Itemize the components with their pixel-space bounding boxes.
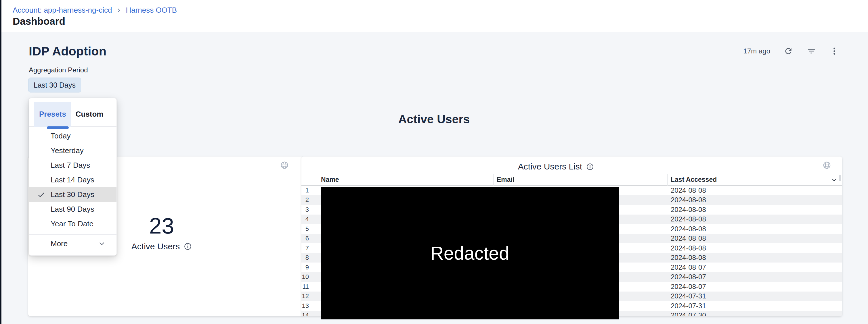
- row-number-cell: 6: [302, 235, 312, 242]
- aggregation-period-button[interactable]: Last 30 Days: [28, 78, 81, 93]
- period-option-label: Last 7 Days: [51, 161, 90, 170]
- chevron-down-icon[interactable]: [831, 176, 838, 183]
- period-option-label: Yesterday: [51, 146, 84, 155]
- breadcrumb: Account: app-harness-ng-cicd Harness OOT…: [13, 6, 177, 15]
- period-more-item[interactable]: More: [29, 235, 117, 252]
- info-icon[interactable]: [184, 243, 192, 250]
- period-option[interactable]: Today: [29, 129, 117, 143]
- period-option[interactable]: Yesterday: [29, 143, 117, 158]
- check-icon: [37, 191, 45, 199]
- row-number-cell: 1: [302, 187, 312, 194]
- globe-icon[interactable]: [823, 161, 831, 170]
- last-refreshed-text: 17m ago: [743, 47, 770, 55]
- row-number-cell: 12: [302, 292, 312, 300]
- redacted-label: Redacted: [431, 243, 509, 264]
- table-card-title-row: Active Users List: [302, 162, 810, 172]
- section-title-active-users: Active Users: [0, 113, 868, 126]
- row-number-cell: 9: [302, 264, 312, 271]
- last-accessed-cell: 2024-08-08: [667, 186, 842, 194]
- row-number-cell: 4: [302, 215, 312, 223]
- period-option[interactable]: Last 30 Days: [29, 187, 117, 202]
- period-dropdown-tabs: Presets Custom: [29, 98, 117, 127]
- page-title: Dashboard: [13, 15, 65, 27]
- breadcrumb-account-link[interactable]: Account: app-harness-ng-cicd: [13, 6, 112, 15]
- column-header-last-accessed[interactable]: Last Accessed: [667, 176, 842, 184]
- period-option[interactable]: Last 7 Days: [29, 158, 117, 173]
- period-option[interactable]: Last 14 Days: [29, 173, 117, 187]
- last-accessed-cell: 2024-08-08: [667, 206, 842, 214]
- last-accessed-cell: 2024-08-08: [667, 235, 842, 243]
- table-scrollbar-thumb[interactable]: [839, 175, 841, 181]
- period-option-label: Last 30 Days: [51, 190, 94, 199]
- last-accessed-cell: 2024-07-31: [667, 302, 842, 310]
- period-option-label: Year To Date: [51, 219, 93, 228]
- last-accessed-cell: 2024-08-08: [667, 244, 842, 252]
- tab-custom-label: Custom: [75, 110, 103, 119]
- tab-custom[interactable]: Custom: [71, 102, 108, 127]
- period-option-label: Today: [51, 132, 70, 140]
- column-header-email[interactable]: Email: [493, 176, 667, 184]
- row-number-cell: 7: [302, 245, 312, 252]
- column-header-name[interactable]: Name: [312, 176, 493, 184]
- chevron-down-icon: [98, 240, 105, 247]
- period-more-label: More: [51, 239, 68, 248]
- left-nav-edge: [0, 0, 1, 324]
- metric-label: Active Users: [131, 242, 180, 251]
- last-accessed-cell: 2024-08-07: [667, 283, 842, 291]
- row-number-cell: 10: [302, 273, 312, 281]
- tab-presets[interactable]: Presets: [34, 102, 71, 127]
- dashboard-title: IDP Adoption: [29, 44, 106, 58]
- last-accessed-cell: 2024-08-07: [667, 263, 842, 272]
- last-accessed-cell: 2024-08-08: [667, 196, 842, 204]
- period-option-label: Last 90 Days: [51, 205, 94, 214]
- globe-icon[interactable]: [280, 161, 289, 170]
- tab-presets-label: Presets: [39, 110, 66, 119]
- breadcrumb-current-link[interactable]: Harness OOTB: [126, 6, 177, 15]
- last-accessed-cell: 2024-08-07: [667, 273, 842, 281]
- row-number-cell: 11: [302, 283, 312, 290]
- last-accessed-cell: 2024-07-30: [667, 311, 842, 316]
- row-number-cell: 8: [302, 254, 312, 261]
- last-accessed-cell: 2024-08-08: [667, 225, 842, 233]
- period-dropdown: Presets Custom Today Yesterday La: [29, 98, 117, 256]
- filter-icon[interactable]: [806, 46, 816, 56]
- refresh-icon[interactable]: [783, 46, 793, 56]
- dashboard-toolbar: 17m ago: [743, 45, 839, 57]
- row-number-cell: 3: [302, 206, 312, 213]
- row-number-cell: 5: [302, 225, 312, 233]
- row-number-cell: 2: [302, 196, 312, 204]
- table-header-row: Name Email Last Accessed: [302, 174, 842, 186]
- breadcrumb-chevron-icon: [116, 7, 122, 13]
- period-option[interactable]: Year To Date: [29, 217, 117, 231]
- last-accessed-cell: 2024-07-31: [667, 292, 842, 300]
- kebab-menu-icon[interactable]: [830, 46, 839, 56]
- period-options-list: Today Yesterday Last 7 Days Last 14 Days: [29, 127, 117, 231]
- last-accessed-cell: 2024-08-08: [667, 215, 842, 223]
- row-number-cell: 14: [302, 312, 312, 316]
- aggregation-period-label: Aggregation Period: [29, 66, 88, 74]
- info-icon[interactable]: [586, 163, 594, 171]
- redacted-data-overlay: Redacted: [321, 187, 619, 319]
- period-option-label: Last 14 Days: [51, 176, 94, 184]
- period-option[interactable]: Last 90 Days: [29, 202, 117, 217]
- table-card-title: Active Users List: [518, 162, 582, 172]
- last-accessed-cell: 2024-08-08: [667, 254, 842, 262]
- row-number-cell: 13: [302, 302, 312, 310]
